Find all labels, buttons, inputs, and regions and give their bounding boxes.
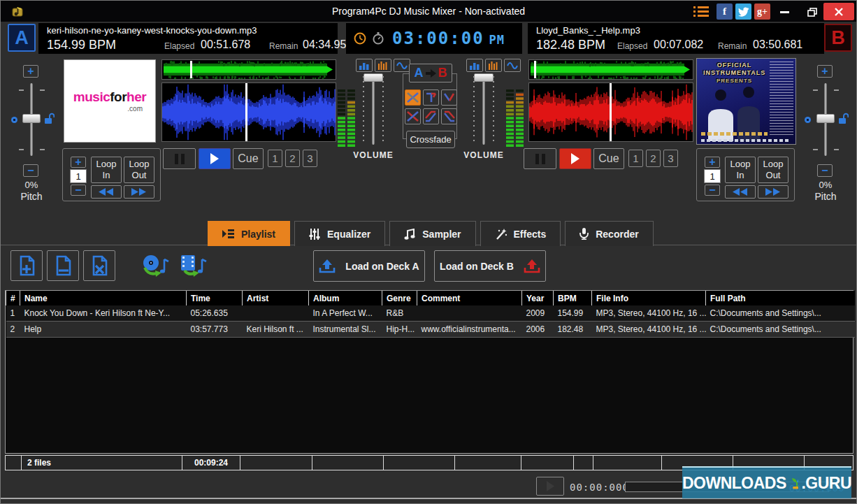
deck-b-play-button[interactable] <box>559 148 591 169</box>
crossfade-curve-6-button[interactable] <box>441 108 457 124</box>
load-on-deck-a-button[interactable]: Load on Deck A <box>313 250 425 282</box>
deck-b-pause-button[interactable] <box>524 148 556 169</box>
loop-a-in-button[interactable]: Loop In <box>91 157 122 183</box>
lock-open-icon[interactable] <box>838 113 849 127</box>
playlist-icon <box>222 229 234 239</box>
deck-a-remain-label: Remain <box>269 41 298 51</box>
twitter-icon[interactable] <box>735 3 751 20</box>
volume-b-slider[interactable] <box>482 75 485 145</box>
volume-a-label: VOLUME <box>352 150 394 160</box>
bars-icon[interactable] <box>466 59 483 72</box>
deck-a-hotcue-2[interactable]: 2 <box>285 150 300 167</box>
deck-a-cue-button[interactable]: Cue <box>233 148 264 169</box>
deck-b-vu-meter <box>506 89 524 147</box>
clock-panel: 03:00:00 PM <box>346 23 522 54</box>
loop-a-increase-button[interactable]: + <box>71 157 86 168</box>
deck-a-hotcue-1[interactable]: 1 <box>268 150 282 167</box>
deck-b-hotcue-1[interactable]: 1 <box>628 150 643 167</box>
deck-a-hotcue-3[interactable]: 3 <box>303 150 317 167</box>
sine-icon[interactable] <box>504 59 521 72</box>
loop-b-decrease-button[interactable]: − <box>705 185 720 196</box>
deck-b-cue-button[interactable]: Cue <box>593 148 624 169</box>
tick-mark <box>40 149 45 150</box>
preview-elapsed-time: 00:00:000 <box>570 482 629 493</box>
loop-a-out-button[interactable]: Loop Out <box>124 157 154 183</box>
deck-b-badge[interactable]: B <box>824 24 852 52</box>
deck-b-hotcue-3[interactable]: 3 <box>663 150 678 167</box>
deck-b-waveform[interactable] <box>528 82 693 142</box>
deck-b-hotcue-2[interactable]: 2 <box>646 150 661 167</box>
facebook-icon[interactable]: f <box>716 3 733 20</box>
pitch-a-slider-handle[interactable] <box>22 114 41 123</box>
loop-b-out-button[interactable]: Loop Out <box>758 157 788 183</box>
close-button[interactable] <box>823 3 854 20</box>
sine-icon[interactable] <box>394 59 410 72</box>
pitch-a-increase-button[interactable]: + <box>23 65 38 78</box>
loop-b-in-button[interactable]: Loop In <box>725 157 756 183</box>
deck-a-pause-button[interactable] <box>163 148 196 169</box>
tab-playlist[interactable]: Playlist <box>208 221 290 246</box>
deck-b-album-art: OFFICIAL INSTRUMENTALS PRESENTS <box>696 58 796 145</box>
rewind-button[interactable] <box>725 185 756 199</box>
crossfade-curve-1-button[interactable] <box>405 89 421 106</box>
deck-a-badge[interactable]: A <box>8 24 36 52</box>
tab-sampler[interactable]: Sampler <box>389 221 475 246</box>
volume-a-slider[interactable] <box>372 75 375 145</box>
clear-list-button[interactable] <box>83 250 115 281</box>
playlist-panel: #NameTimeArtistAlbumGenreCommentYearBPMF… <box>5 290 854 454</box>
pitch-a-decrease-button[interactable]: − <box>23 164 38 177</box>
comb-eq-icon[interactable] <box>485 59 502 72</box>
stopwatch-icon[interactable] <box>372 31 385 48</box>
clock-time: 03:00:00 <box>392 29 484 48</box>
table-row[interactable]: 2Help03:57.773Keri Hilson ft ...Instrume… <box>6 322 855 338</box>
upload-deck-a-icon <box>319 259 336 273</box>
deck-b-loop-panel: + 1 − Loop In Loop Out <box>696 148 795 201</box>
deck-b-track-overview[interactable] <box>528 59 693 80</box>
seedling-icon <box>789 476 799 490</box>
deck-a-track-info: keri-hilson-ne-yo-kaney-west-knocks-you-… <box>38 23 338 54</box>
volume-a-slider-handle[interactable] <box>363 73 383 82</box>
loop-b-count[interactable]: 1 <box>704 169 721 183</box>
loop-b-increase-button[interactable]: + <box>705 157 720 168</box>
clock-icon[interactable] <box>354 31 367 48</box>
fast-forward-button[interactable] <box>124 185 154 199</box>
crossfade-curve-5-button[interactable] <box>423 108 439 124</box>
comb-eq-icon[interactable] <box>375 59 391 72</box>
pitch-b-decrease-button[interactable]: − <box>817 164 833 177</box>
menu-list-icon[interactable] <box>693 6 710 17</box>
googleplus-icon[interactable]: g+ <box>754 3 770 20</box>
bars-icon[interactable] <box>356 59 373 72</box>
crossfade-curve-2-button[interactable] <box>423 89 439 106</box>
effects-wand-icon <box>495 229 507 240</box>
crossfade-curve-3-button[interactable] <box>441 89 457 106</box>
fast-forward-button[interactable] <box>758 185 788 199</box>
pitch-b-slider-handle[interactable] <box>816 114 835 123</box>
minimize-button[interactable] <box>773 3 795 20</box>
table-row[interactable]: 1Knock You Down - Keri Hilson ft Ne-Y...… <box>6 305 855 322</box>
tick-column <box>473 76 475 143</box>
loop-a-count[interactable]: 1 <box>70 169 87 183</box>
album-a-word3: her <box>127 89 146 104</box>
restore-button[interactable] <box>801 3 823 20</box>
deck-a-play-button[interactable] <box>199 148 231 169</box>
loop-a-decrease-button[interactable]: − <box>71 185 86 196</box>
video-to-audio-button[interactable] <box>177 250 209 281</box>
pitch-b-increase-button[interactable]: + <box>817 65 833 78</box>
lock-open-icon[interactable] <box>44 113 55 127</box>
deck-a-waveform[interactable] <box>161 82 336 142</box>
preview-play-button[interactable] <box>536 477 564 496</box>
volume-b-slider-handle[interactable] <box>474 73 494 82</box>
rip-cd-button[interactable] <box>139 250 171 281</box>
crossfade-curve-4-button[interactable] <box>405 108 421 124</box>
rewind-button[interactable] <box>91 185 122 199</box>
tick-mark <box>813 149 818 150</box>
tab-effects[interactable]: Effects <box>480 221 561 246</box>
tab-equalizer[interactable]: Equalizer <box>294 221 385 246</box>
tab-recorder[interactable]: Recorder <box>565 221 653 246</box>
load-on-deck-b-button[interactable]: Load on Deck B <box>434 250 546 282</box>
deck-a-track-overview[interactable] <box>161 59 336 80</box>
add-file-button[interactable] <box>10 250 43 281</box>
clock-meridiem: PM <box>489 33 505 47</box>
remove-file-button[interactable] <box>47 250 79 281</box>
crossfade-a-to-b-button[interactable]: A B <box>409 64 452 82</box>
